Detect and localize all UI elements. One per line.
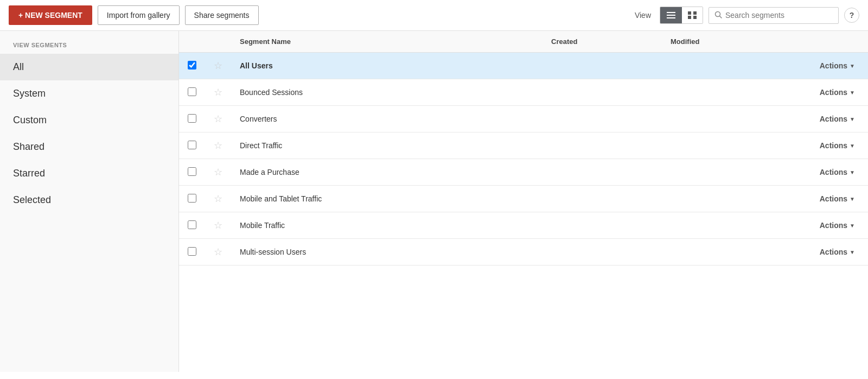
search-input[interactable]	[725, 11, 833, 20]
actions-button[interactable]: Actions ▼	[815, 166, 859, 179]
sidebar-section-label: VIEW SEGMENTS	[0, 42, 178, 54]
actions-label: Actions	[820, 194, 847, 203]
star-icon[interactable]: ☆	[214, 140, 222, 151]
segment-name: Mobile and Tablet Traffic	[240, 194, 322, 203]
segment-modified	[662, 106, 781, 132]
actions-button[interactable]: Actions ▼	[815, 59, 859, 72]
actions-label: Actions	[820, 141, 847, 150]
view-toggle	[660, 7, 703, 24]
search-icon	[714, 11, 722, 20]
segment-modified	[662, 239, 781, 266]
segment-name: Direct Traffic	[240, 141, 282, 150]
sidebar-item-custom[interactable]: Custom	[0, 107, 178, 134]
col-header-star	[205, 31, 231, 53]
help-button[interactable]: ?	[844, 8, 859, 23]
actions-label: Actions	[820, 248, 847, 256]
star-icon[interactable]: ☆	[214, 220, 222, 231]
segment-name: Mobile Traffic	[240, 221, 285, 230]
svg-line-8	[720, 16, 722, 18]
table-row: ☆All UsersActions ▼	[179, 53, 868, 79]
table-row: ☆Direct TrafficActions ▼	[179, 132, 868, 159]
actions-button[interactable]: Actions ▼	[815, 245, 859, 258]
view-label: View	[635, 11, 651, 20]
share-segments-button[interactable]: Share segments	[185, 5, 259, 25]
table-header-row: Segment Name Created Modified	[179, 31, 868, 53]
toolbar: + NEW SEGMENT Import from gallery Share …	[0, 0, 868, 31]
segment-created	[542, 239, 662, 266]
row-checkbox[interactable]	[188, 114, 196, 123]
star-icon[interactable]: ☆	[214, 247, 222, 257]
chevron-down-icon: ▼	[850, 249, 855, 255]
star-icon[interactable]: ☆	[214, 60, 222, 71]
segment-modified	[662, 79, 781, 106]
col-header-name: Segment Name	[231, 31, 542, 53]
chevron-down-icon: ▼	[850, 196, 855, 202]
table-row: ☆Bounced SessionsActions ▼	[179, 79, 868, 106]
actions-button[interactable]: Actions ▼	[815, 219, 859, 232]
list-icon	[666, 11, 676, 20]
row-checkbox[interactable]	[188, 247, 196, 256]
star-icon[interactable]: ☆	[214, 193, 222, 204]
sidebar-item-system[interactable]: System	[0, 80, 178, 107]
chevron-down-icon: ▼	[850, 116, 855, 122]
svg-rect-3	[688, 11, 691, 15]
actions-label: Actions	[820, 221, 847, 230]
table-row: ☆Multi-session UsersActions ▼	[179, 239, 868, 266]
grid-icon	[687, 11, 697, 20]
main-layout: VIEW SEGMENTS All System Custom Shared S…	[0, 31, 868, 372]
list-view-button[interactable]	[660, 7, 682, 23]
row-checkbox[interactable]	[188, 141, 196, 149]
row-checkbox[interactable]	[188, 61, 196, 70]
new-segment-button[interactable]: + NEW SEGMENT	[9, 5, 92, 25]
segment-modified	[662, 53, 781, 79]
segment-modified	[662, 159, 781, 186]
star-icon[interactable]: ☆	[214, 167, 222, 178]
segment-created	[542, 186, 662, 212]
star-icon[interactable]: ☆	[214, 113, 222, 124]
row-checkbox[interactable]	[188, 87, 196, 96]
table-row: ☆Made a PurchaseActions ▼	[179, 159, 868, 186]
col-header-check	[179, 31, 205, 53]
segment-name: Converters	[240, 115, 277, 123]
svg-rect-4	[693, 11, 697, 15]
chevron-down-icon: ▼	[850, 143, 855, 149]
sidebar: VIEW SEGMENTS All System Custom Shared S…	[0, 31, 179, 372]
svg-rect-5	[688, 16, 691, 19]
segment-name: All Users	[240, 61, 273, 70]
content-area: Segment Name Created Modified ☆All Users…	[179, 31, 868, 372]
segment-name: Made a Purchase	[240, 168, 299, 176]
sidebar-item-starred[interactable]: Starred	[0, 160, 178, 187]
table-row: ☆ConvertersActions ▼	[179, 106, 868, 132]
chevron-down-icon: ▼	[850, 223, 855, 229]
row-checkbox[interactable]	[188, 220, 196, 229]
actions-button[interactable]: Actions ▼	[815, 192, 859, 205]
row-checkbox[interactable]	[188, 194, 196, 203]
actions-label: Actions	[820, 61, 847, 70]
chevron-down-icon: ▼	[850, 169, 855, 175]
sidebar-item-all[interactable]: All	[0, 54, 178, 80]
import-gallery-button[interactable]: Import from gallery	[98, 5, 180, 25]
segment-created	[542, 53, 662, 79]
segment-created	[542, 132, 662, 159]
actions-button[interactable]: Actions ▼	[815, 86, 859, 99]
chevron-down-icon: ▼	[850, 63, 855, 69]
actions-label: Actions	[820, 115, 847, 123]
table-row: ☆Mobile and Tablet TrafficActions ▼	[179, 186, 868, 212]
chevron-down-icon: ▼	[850, 90, 855, 96]
segment-created	[542, 159, 662, 186]
segment-created	[542, 106, 662, 132]
sidebar-item-shared[interactable]: Shared	[0, 134, 178, 160]
segment-modified	[662, 212, 781, 239]
segments-table: Segment Name Created Modified ☆All Users…	[179, 31, 868, 266]
svg-rect-6	[693, 16, 697, 19]
segment-name: Bounced Sessions	[240, 88, 303, 97]
actions-button[interactable]: Actions ▼	[815, 112, 859, 125]
segment-modified	[662, 132, 781, 159]
col-header-created: Created	[542, 31, 662, 53]
segment-created	[542, 212, 662, 239]
row-checkbox[interactable]	[188, 167, 196, 176]
sidebar-item-selected[interactable]: Selected	[0, 187, 178, 213]
star-icon[interactable]: ☆	[214, 87, 222, 98]
grid-view-button[interactable]	[682, 7, 703, 23]
actions-button[interactable]: Actions ▼	[815, 139, 859, 152]
